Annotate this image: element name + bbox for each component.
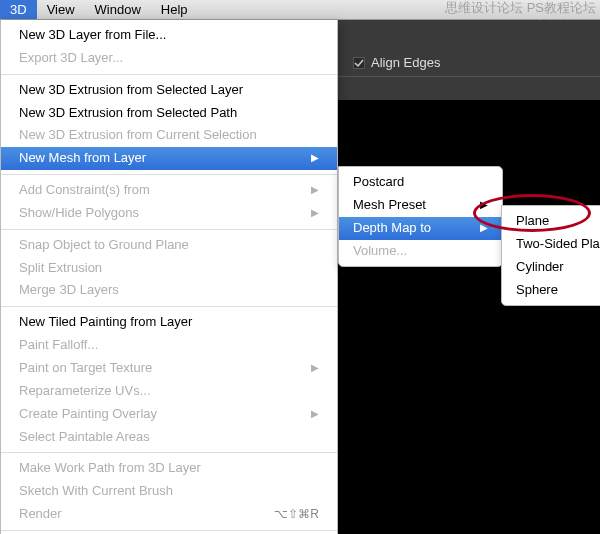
shortcut-label: ⌥⇧⌘R <box>274 506 319 523</box>
menu-item-sketch-current-brush: Sketch With Current Brush <box>1 480 337 503</box>
menubar-item-help[interactable]: Help <box>151 0 198 19</box>
submenu-arrow-icon: ▶ <box>480 221 488 236</box>
menu-item-export-3d-layer: Export 3D Layer... <box>1 47 337 70</box>
menu-item-show-hide-polygons: Show/Hide Polygons▶ <box>1 202 337 225</box>
submenu-arrow-icon: ▶ <box>311 407 319 422</box>
submenu-depth-map: Plane Two-Sided Pla Cylinder Sphere <box>501 205 600 306</box>
submenu-arrow-icon: ▶ <box>311 183 319 198</box>
submenu-arrow-icon: ▶ <box>480 198 488 213</box>
menu-item-snap-ground: Snap Object to Ground Plane <box>1 234 337 257</box>
options-bar: Align Edges <box>338 20 600 100</box>
menu-item-paint-target-texture: Paint on Target Texture▶ <box>1 357 337 380</box>
menubar-item-3d[interactable]: 3D <box>0 0 37 19</box>
menu-item-select-paintable-areas: Select Paintable Areas <box>1 426 337 449</box>
menu-item-new-tiled-painting[interactable]: New Tiled Painting from Layer <box>1 311 337 334</box>
menu-item-create-painting-overlay: Create Painting Overlay▶ <box>1 403 337 426</box>
menu-item-new-mesh-from-layer[interactable]: New Mesh from Layer ▶ <box>1 147 337 170</box>
submenu2-item-two-sided-plane[interactable]: Two-Sided Pla <box>502 233 600 256</box>
menu-item-new-extrusion-path[interactable]: New 3D Extrusion from Selected Path <box>1 102 337 125</box>
align-edges-checkbox[interactable] <box>353 57 365 69</box>
menu-item-merge-3d-layers: Merge 3D Layers <box>1 279 337 302</box>
submenu-arrow-icon: ▶ <box>311 151 319 166</box>
menu-item-paint-falloff: Paint Falloff... <box>1 334 337 357</box>
menubar-item-view[interactable]: View <box>37 0 85 19</box>
menu-item-render: Render⌥⇧⌘R <box>1 503 337 526</box>
align-edges-label: Align Edges <box>371 55 440 70</box>
menu-item-new-extrusion-selection: New 3D Extrusion from Current Selection <box>1 124 337 147</box>
menu-3d-dropdown: New 3D Layer from File... Export 3D Laye… <box>0 20 338 534</box>
menu-item-reparameterize-uvs: Reparameterize UVs... <box>1 380 337 403</box>
submenu2-item-plane[interactable]: Plane <box>502 210 600 233</box>
submenu-new-mesh: Postcard Mesh Preset▶ Depth Map to▶ Volu… <box>338 166 503 267</box>
menu-item-make-work-path: Make Work Path from 3D Layer <box>1 457 337 480</box>
menu-item-new-3d-layer-from-file[interactable]: New 3D Layer from File... <box>1 24 337 47</box>
checkmark-icon <box>354 58 364 68</box>
submenu-arrow-icon: ▶ <box>311 361 319 376</box>
submenu-item-depth-map-to[interactable]: Depth Map to▶ <box>339 217 502 240</box>
submenu2-item-cylinder[interactable]: Cylinder <box>502 256 600 279</box>
menubar-item-window[interactable]: Window <box>85 0 151 19</box>
submenu-item-postcard[interactable]: Postcard <box>339 171 502 194</box>
submenu-item-volume: Volume... <box>339 240 502 263</box>
submenu-arrow-icon: ▶ <box>311 206 319 221</box>
submenu-item-mesh-preset[interactable]: Mesh Preset▶ <box>339 194 502 217</box>
menu-item-new-extrusion-layer[interactable]: New 3D Extrusion from Selected Layer <box>1 79 337 102</box>
menu-item-split-extrusion: Split Extrusion <box>1 257 337 280</box>
menu-item-add-constraints: Add Constraint(s) from▶ <box>1 179 337 202</box>
submenu2-item-sphere[interactable]: Sphere <box>502 279 600 302</box>
